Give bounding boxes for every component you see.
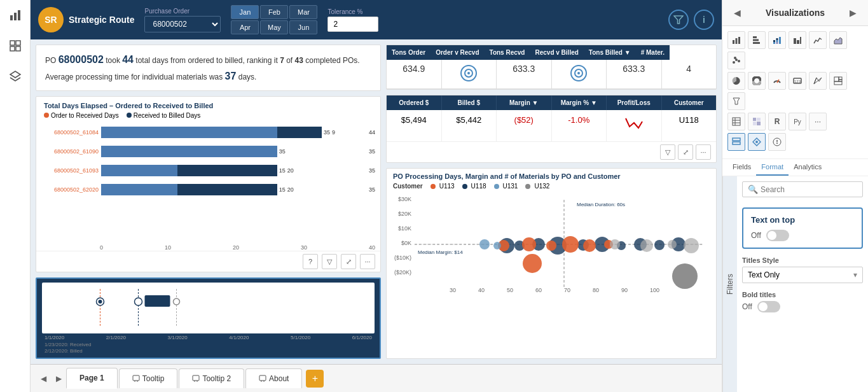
svg-rect-76 xyxy=(736,38,738,44)
viz-icon-scatter[interactable] xyxy=(727,52,745,69)
viz-tab-fields[interactable]: Fields xyxy=(727,159,756,176)
viz-icon-column[interactable] xyxy=(789,31,806,49)
titles-style-dropdown[interactable]: Text Only ▾ xyxy=(742,267,863,283)
svg-rect-111 xyxy=(753,118,756,121)
viz-icon-fields[interactable] xyxy=(727,133,745,151)
viz-icons-row-2: 123 xyxy=(727,72,863,110)
fin-header-customer: Customer xyxy=(662,95,717,110)
fin-expand-btn[interactable]: ⤢ xyxy=(678,144,693,160)
tolerance-input[interactable] xyxy=(327,17,378,32)
bar-total: 35 xyxy=(369,167,375,174)
viz-icon-bar-h[interactable] xyxy=(748,31,766,49)
viz-nav-forward[interactable]: ▶ xyxy=(847,6,859,19)
bar-segment-blue xyxy=(101,146,277,157)
viz-nav-back[interactable]: ◀ xyxy=(731,6,743,19)
chart-legend: Order to Received Days Received to Bille… xyxy=(36,112,380,122)
viz-icon-card[interactable]: 123 xyxy=(789,72,806,90)
metric-header-tons-order: Tons Order xyxy=(387,45,431,60)
filter-icon-btn[interactable] xyxy=(668,10,689,30)
days-highlight: 44 xyxy=(122,54,134,65)
sidebar-layers-icon[interactable] xyxy=(5,66,25,87)
svg-rect-107 xyxy=(733,118,740,125)
date-btn-apr[interactable]: Apr xyxy=(231,20,259,34)
info-icon-btn[interactable]: i xyxy=(694,10,714,30)
svg-rect-82 xyxy=(773,42,775,44)
toggle-switch[interactable] xyxy=(766,230,789,241)
fin-ordered: $5,494 xyxy=(387,110,442,141)
bar-value-2: 9 xyxy=(332,129,335,136)
bold-toggle-knob xyxy=(759,302,768,311)
filters-label[interactable]: Filters xyxy=(722,176,737,392)
viz-icon-funnel[interactable] xyxy=(727,92,745,110)
toggle-row: Off xyxy=(751,230,854,241)
viz-icon-gauge[interactable] xyxy=(768,72,786,90)
tab-about[interactable]: About xyxy=(245,368,302,388)
svg-text:70: 70 xyxy=(564,287,570,293)
date-btn-feb[interactable]: Feb xyxy=(260,5,288,19)
svg-rect-72 xyxy=(259,375,266,381)
viz-icon-area[interactable] xyxy=(829,31,847,49)
sidebar-chart-icon[interactable] xyxy=(5,5,25,25)
tab-nav-right[interactable]: ▶ xyxy=(51,371,66,386)
viz-icon-analytics[interactable] xyxy=(768,133,786,151)
viz-icon-matrix[interactable] xyxy=(748,113,766,130)
right-panel: Tons Order Order v Recvd Tons Recvd Recv… xyxy=(386,45,717,359)
date-btn-mar[interactable]: Mar xyxy=(289,5,317,19)
viz-icon-treemap[interactable] xyxy=(829,72,847,90)
chart-expand-btn[interactable]: ⤢ xyxy=(341,254,356,269)
chart-more-btn[interactable]: ··· xyxy=(360,254,375,269)
date-btn-jun[interactable]: Jun xyxy=(289,20,317,34)
tab-tooltip[interactable]: Tooltip xyxy=(119,368,178,388)
svg-text:60: 60 xyxy=(535,287,542,293)
fin-margin-pct: -1.0% xyxy=(552,110,607,141)
fin-filter-btn[interactable]: ▽ xyxy=(660,144,675,160)
po-select[interactable]: 68000502 xyxy=(144,16,221,32)
svg-point-94 xyxy=(734,57,736,59)
tab-page1[interactable]: Page 1 xyxy=(66,368,118,389)
viz-icon-bar[interactable] xyxy=(727,31,745,49)
bar-value-2: 20 xyxy=(287,167,294,174)
viz-icon-donut[interactable] xyxy=(748,72,766,90)
chart-filter-btn[interactable]: ▽ xyxy=(322,254,337,269)
timeline-card: 1/1/2020 2/1/2020 3/1/2020 4/1/2020 5/1/… xyxy=(36,277,381,359)
viz-icon-python[interactable]: Py xyxy=(789,113,806,130)
svg-rect-86 xyxy=(779,37,781,44)
financial-header-row: Ordered $ Billed $ Margin Margin % Profi… xyxy=(387,95,716,110)
viz-icon-r[interactable]: R xyxy=(768,113,786,130)
svg-point-57 xyxy=(672,263,698,289)
viz-tab-format[interactable]: Format xyxy=(756,159,789,176)
svg-rect-81 xyxy=(773,40,775,42)
date-btn-may[interactable]: May xyxy=(260,20,288,34)
viz-nav-right: ▶ xyxy=(847,6,859,19)
viz-icon-format[interactable] xyxy=(748,133,766,151)
date-btn-jan[interactable]: Jan xyxy=(231,5,259,19)
viz-icon-more[interactable]: ··· xyxy=(809,113,827,130)
tab-tooltip2[interactable]: Tooltip 2 xyxy=(179,368,244,388)
viz-content: 🔍 Text on top Off Titles Style Text Only xyxy=(737,176,868,392)
svg-rect-69 xyxy=(193,375,199,381)
search-input[interactable] xyxy=(761,185,857,194)
fin-header-profit: Profit/Loss xyxy=(607,95,662,110)
viz-icon-map[interactable] xyxy=(809,72,827,90)
logo-icon: SR xyxy=(38,7,64,32)
bold-toggle-switch[interactable] xyxy=(757,301,780,312)
fin-more-btn[interactable]: ··· xyxy=(696,144,711,160)
titles-style-section: Titles Style Text Only ▾ xyxy=(737,254,868,288)
chart-controls: ? ▽ ⤢ ··· xyxy=(36,251,380,272)
add-tab-btn[interactable]: + xyxy=(306,370,324,388)
financial-controls: ▽ ⤢ ··· xyxy=(387,141,716,162)
svg-rect-2 xyxy=(18,10,20,20)
sidebar-grid-icon[interactable] xyxy=(5,36,25,56)
financial-data-row: $5,494 $5,442 ($52) -1.0% U118 xyxy=(387,110,716,141)
svg-rect-84 xyxy=(776,40,778,42)
viz-icon-pie[interactable] xyxy=(727,72,745,90)
viz-icon-table[interactable] xyxy=(727,113,745,130)
viz-icon-stacked[interactable] xyxy=(768,31,786,49)
tab-nav-left[interactable]: ◀ xyxy=(36,371,51,386)
svg-rect-14 xyxy=(145,295,170,307)
viz-tab-analytics[interactable]: Analytics xyxy=(789,159,827,176)
bar-segment-dark xyxy=(277,127,322,138)
viz-icon-line[interactable] xyxy=(809,31,827,49)
metric-tons-recvd: 633.3 xyxy=(497,60,552,89)
chart-help-btn[interactable]: ? xyxy=(303,254,318,269)
